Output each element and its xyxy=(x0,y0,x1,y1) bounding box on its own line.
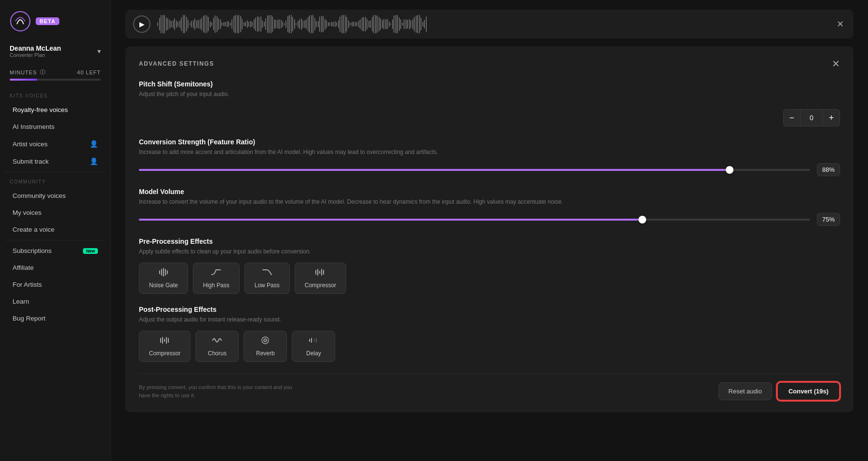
waveform-bar xyxy=(385,19,386,28)
svg-point-18 xyxy=(265,340,266,341)
svg-rect-14 xyxy=(166,337,167,344)
waveform-bar xyxy=(333,22,334,27)
waveform-bar xyxy=(379,17,380,32)
waveform-bar xyxy=(416,15,417,33)
waveform-bar xyxy=(218,18,219,30)
waveform-bar xyxy=(402,23,403,25)
pre-processing-title: Pre-Processing Effects xyxy=(139,237,840,245)
waveform-bar xyxy=(426,16,427,32)
reverb-button[interactable]: Reverb xyxy=(244,331,287,362)
waveform-bar xyxy=(186,17,187,32)
waveform-bar xyxy=(306,19,307,29)
waveform-bar xyxy=(201,18,202,30)
conversion-strength-track xyxy=(139,169,810,171)
waveform-bar xyxy=(173,20,174,28)
pitch-decrease-button[interactable]: − xyxy=(783,109,800,126)
close-waveform-button[interactable]: ✕ xyxy=(835,17,846,31)
conversion-strength-value: 88% xyxy=(817,163,840,176)
waveform-bar xyxy=(265,18,266,30)
waveform-bar xyxy=(329,22,330,27)
footer-buttons: Reset audio Convert (19s) xyxy=(719,382,840,401)
sidebar-item-community-voices[interactable]: Community voices xyxy=(3,188,108,204)
sidebar-item-for-artists[interactable]: For Artists xyxy=(3,277,108,293)
waveform-bar xyxy=(183,15,184,33)
sidebar-item-subscriptions[interactable]: Subscriptions New xyxy=(3,243,108,259)
svg-rect-7 xyxy=(317,269,318,276)
low-pass-icon xyxy=(262,268,272,279)
waveform-bar xyxy=(299,19,300,28)
sidebar-item-create-voice[interactable]: Create a voice xyxy=(3,222,108,237)
conversion-strength-section: Conversion Strength (Feature Ratio) Incr… xyxy=(139,138,840,176)
waveform-bar xyxy=(257,16,258,32)
waveform-bar xyxy=(233,16,234,32)
reverb-icon xyxy=(260,336,271,347)
waveform-bar xyxy=(163,15,163,33)
waveform-bar xyxy=(336,22,337,27)
play-button[interactable]: ▶ xyxy=(133,15,150,33)
compressor-pre-label: Compressor xyxy=(305,282,336,289)
waveform-bar xyxy=(314,18,315,30)
model-volume-track xyxy=(139,219,810,221)
royalty-free-label: Royalty-free voices xyxy=(13,106,68,113)
svg-rect-6 xyxy=(315,270,316,275)
waveform-bar xyxy=(298,21,298,28)
sidebar-item-artist-voices[interactable]: Artist voices 👤 xyxy=(3,136,108,152)
waveform-bar xyxy=(419,15,420,33)
sidebar-item-my-voices[interactable]: My voices xyxy=(3,205,108,221)
waveform-bar xyxy=(356,22,357,26)
delay-button[interactable]: Delay xyxy=(292,331,335,362)
sidebar-item-royalty-free[interactable]: Royalty-free voices xyxy=(3,102,108,118)
pitch-shift-desc: Adjust the pitch of your input audio. xyxy=(139,90,840,98)
minutes-label-row: MINUTES ⓘ 40 left xyxy=(10,69,101,76)
waveform-bar xyxy=(171,21,172,28)
chevron-down-icon: ▾ xyxy=(97,47,101,55)
model-volume-thumb[interactable] xyxy=(638,216,646,224)
sidebar-item-ai-instruments[interactable]: AI Instruments xyxy=(3,119,108,135)
close-panel-button[interactable]: ✕ xyxy=(832,58,840,70)
waveform-bar xyxy=(220,19,221,28)
panel-header: ADVANCED SETTINGS ✕ xyxy=(139,58,840,70)
noise-gate-icon xyxy=(158,268,169,279)
sidebar: BETA Deanna McLean Converter Plan ▾ MINU… xyxy=(0,0,111,461)
waveform-bar xyxy=(227,21,228,27)
conversion-strength-thumb[interactable] xyxy=(726,166,733,174)
convert-button[interactable]: Convert (19s) xyxy=(777,382,840,401)
waveform-bar xyxy=(269,15,270,33)
model-volume-slider[interactable]: 75% xyxy=(139,213,840,226)
model-volume-title: Model Volume xyxy=(139,188,840,196)
waveform-bar xyxy=(420,18,421,30)
waveform-bar xyxy=(392,19,393,29)
noise-gate-button[interactable]: Noise Gate xyxy=(139,263,188,294)
pitch-value: 0 xyxy=(800,109,823,126)
compressor-pre-button[interactable]: Compressor xyxy=(295,263,346,294)
waveform-bar xyxy=(287,16,288,32)
user-menu[interactable]: Deanna McLean Converter Plan ▾ xyxy=(0,40,110,65)
pitch-increase-button[interactable]: + xyxy=(823,109,840,126)
conversion-strength-track-wrapper[interactable] xyxy=(139,165,810,175)
kits-voices-section-label: KITS VOICES xyxy=(0,88,110,101)
sidebar-item-affiliate[interactable]: Affiliate xyxy=(3,260,108,276)
waveform-bar xyxy=(252,22,253,27)
waveform-bar xyxy=(264,22,265,27)
waveform-bar xyxy=(410,20,411,28)
sidebar-item-bug-report[interactable]: Bug Report xyxy=(3,310,108,326)
sidebar-item-learn[interactable]: Learn xyxy=(3,293,108,309)
pitch-shift-title: Pitch Shift (Semitones) xyxy=(139,80,840,88)
conversion-strength-slider[interactable]: 88% xyxy=(139,163,840,176)
compressor-post-button[interactable]: Compressor xyxy=(139,331,190,362)
model-volume-section: Model Volume Increase to convert the vol… xyxy=(139,188,840,226)
model-volume-track-wrapper[interactable] xyxy=(139,215,810,224)
waveform-bar xyxy=(312,15,313,33)
low-pass-button[interactable]: Low Pass xyxy=(244,263,290,294)
reset-audio-button[interactable]: Reset audio xyxy=(719,382,772,400)
svg-rect-3 xyxy=(163,268,164,277)
waveform-bar xyxy=(225,22,226,27)
waveform-player: ▶ ✕ xyxy=(125,10,854,39)
high-pass-button[interactable]: High Pass xyxy=(193,263,240,294)
svg-rect-11 xyxy=(160,338,161,343)
waveform-bar xyxy=(321,16,322,32)
svg-rect-13 xyxy=(164,339,165,342)
svg-rect-19 xyxy=(309,339,310,342)
chorus-button[interactable]: Chorus xyxy=(195,331,239,362)
sidebar-item-submit-track[interactable]: Submit track 👤 xyxy=(3,153,108,169)
